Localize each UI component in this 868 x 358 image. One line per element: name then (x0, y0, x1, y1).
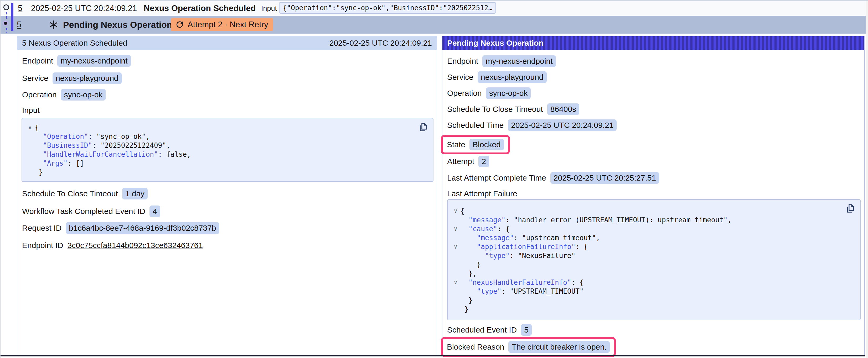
timeline-connector (6, 28, 7, 33)
selected-group-indicator (11, 3, 13, 31)
pending-operation-panel: Pending Nexus Operation Endpoint my-nexu… (442, 36, 865, 356)
collapse-chevron-icon[interactable]: ∨ (25, 123, 35, 132)
field-service: Service nexus-playground (447, 71, 547, 83)
blocked-reason-highlight-box: Blocked Reason The circuit breaker is op… (441, 337, 616, 357)
json-line-text: "nexusHandlerFailureInfo": { (460, 278, 584, 287)
field-scheduled-event-id: Scheduled Event ID 5 (447, 324, 532, 336)
code-gutter (451, 260, 460, 269)
event-history-view: { "colors": { "accent_indigo": "#4a44dd"… (0, 0, 868, 358)
json-line-text: "message": "upstream timeout", (460, 233, 600, 242)
retry-icon (176, 21, 184, 29)
json-line-text: "Operation": "sync-op-ok", (35, 132, 150, 141)
collapse-chevron-icon[interactable]: ∨ (451, 242, 460, 251)
field-schedule-to-close-timeout: Schedule To Close Timeout 1 day (22, 188, 148, 200)
event-title: Nexus Operation Scheduled (144, 3, 256, 13)
pending-panel-title: Pending Nexus Operation (447, 39, 544, 47)
field-operation: Operation sync-op-ok (447, 87, 531, 99)
timeline-connector (6, 12, 7, 20)
field-scheduled-time: Scheduled Time 2025-02-25 UTC 20:24:09.2… (447, 119, 617, 131)
failure-json-block: ∨{ "message": "handler error (UPSTREAM_T… (447, 199, 861, 320)
request-id-value-badge: b1c6a4bc-8ee7-468a-9169-df3b02c8737b (66, 222, 219, 234)
code-gutter (451, 287, 460, 296)
input-label: Input (261, 4, 277, 12)
json-line-text: }, (460, 269, 477, 278)
pending-asterisk-icon (49, 20, 58, 30)
collapse-chevron-icon[interactable]: ∨ (451, 224, 460, 233)
field-input-label: Input (22, 104, 40, 116)
blocked-reason-value-badge: The circuit breaker is open. (508, 341, 610, 353)
scheduled-panel-time: 2025-02-25 UTC 20:24:09.21 (330, 39, 432, 47)
code-gutter (451, 251, 460, 260)
vertical-scrollbar[interactable] (866, 1, 868, 358)
timeline-node-open-icon (3, 4, 9, 10)
event-row-nexus-operation-scheduled[interactable]: 5 2025-02-25 UTC 20:24:09.21 Nexus Opera… (1, 1, 866, 16)
endpoint-id-link[interactable]: 3c0c75ccfa8144b092c13ce632463761 (67, 241, 203, 250)
event-id-link[interactable]: 5 (18, 4, 22, 13)
code-gutter (451, 269, 460, 278)
sei-value-badge: 5 (521, 324, 532, 336)
collapse-chevron-icon[interactable]: ∨ (451, 278, 460, 287)
json-line: ∨{ (25, 123, 430, 132)
endpoint-value-badge: my-nexus-endpoint (57, 55, 130, 67)
json-line: "Operation": "sync-op-ok", (25, 132, 430, 141)
attempt-value-badge: 2 (478, 156, 489, 167)
field-last-attempt-failure-label: Last Attempt Failure (447, 188, 517, 200)
code-gutter (25, 132, 35, 141)
json-line-text: "message": "handler error (UPSTREAM_TIME… (460, 216, 732, 224)
field-endpoint: Endpoint my-nexus-endpoint (447, 55, 556, 67)
copy-icon[interactable] (418, 122, 428, 132)
service-value-badge: nexus-playground (53, 72, 122, 84)
operation-value-badge: sync-op-ok (61, 89, 106, 100)
json-line-text: "BusinessID": "20250225122409", (35, 141, 170, 150)
json-line: "HandlerWaitForCancellation": false, (25, 150, 430, 159)
json-line: } (451, 260, 857, 269)
retry-badge-text: Attempt 2 · Next Retry (188, 20, 268, 29)
code-gutter (451, 216, 460, 224)
json-line: }, (451, 269, 857, 278)
code-gutter (451, 296, 460, 305)
field-service: Service nexus-playground (22, 72, 122, 84)
pending-event-id-link[interactable]: 5 (17, 20, 21, 29)
event-row-pending-nexus-operation[interactable]: 5 Pending Nexus Operation Attempt 2 · Ne… (1, 16, 866, 34)
endpoint-value-badge: my-nexus-endpoint (482, 55, 556, 67)
json-line-text: } (35, 168, 43, 176)
json-line-text: "Args": [] (35, 159, 84, 168)
json-line-text: "type": "NexusFailure" (460, 251, 575, 260)
field-attempt: Attempt 2 (447, 155, 489, 167)
operation-value-badge: sync-op-ok (486, 88, 531, 99)
json-line: } (25, 168, 430, 176)
lact-value-badge: 2025-02-25 UTC 20:25:27.51 (550, 172, 659, 184)
code-gutter (25, 141, 35, 150)
json-line: "message": "upstream timeout", (451, 233, 857, 242)
json-line: "message": "handler error (UPSTREAM_TIME… (451, 216, 857, 224)
json-line: "type": "UPSTREAM_TIMEOUT" (451, 287, 857, 296)
json-line: } (451, 296, 857, 305)
input-json-block: ∨{ "Operation": "sync-op-ok", "BusinessI… (22, 118, 433, 182)
code-gutter (451, 305, 460, 314)
pending-panel-header: Pending Nexus Operation (442, 36, 864, 50)
pending-event-title: Pending Nexus Operation (63, 20, 172, 30)
json-line-text: "HandlerWaitForCancellation": false, (35, 150, 191, 159)
section-bottom-divider (1, 355, 865, 356)
field-workflow-task-completed-event-id: Workflow Task Completed Event ID 4 (22, 205, 160, 217)
field-endpoint: Endpoint my-nexus-endpoint (22, 55, 131, 67)
code-gutter (451, 233, 460, 242)
field-request-id: Request ID b1c6a4bc-8ee7-468a-9169-df3b0… (22, 222, 219, 234)
json-line-text: } (460, 305, 468, 314)
copy-icon[interactable] (845, 203, 855, 214)
collapse-chevron-icon[interactable]: ∨ (451, 206, 460, 216)
json-line: ∨{ (451, 206, 857, 216)
sct-value-badge: 1 day (122, 188, 148, 199)
json-line: ∨ "applicationFailureInfo": { (451, 242, 857, 251)
state-value-badge: Blocked (469, 139, 504, 151)
code-gutter (25, 159, 35, 168)
json-line: "BusinessID": "20250225122409", (25, 141, 430, 150)
code-gutter (25, 150, 35, 159)
json-line: ∨ "cause": { (451, 224, 857, 233)
retry-status-badge: Attempt 2 · Next Retry (171, 19, 273, 31)
field-last-attempt-complete-time: Last Attempt Complete Time 2025-02-25 UT… (447, 172, 659, 184)
scheduled-panel-title: 5 Nexus Operation Scheduled (22, 39, 127, 47)
scheduled-panel-header: 5 Nexus Operation Scheduled 2025-02-25 U… (17, 36, 437, 50)
state-highlight-box: State Blocked (441, 135, 510, 154)
json-line-text: { (35, 123, 39, 132)
